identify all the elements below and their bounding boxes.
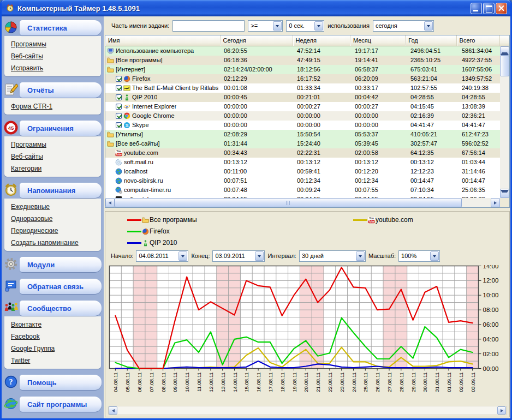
scale-select[interactable]: 100% (398, 250, 440, 262)
column-header[interactable]: Всего (457, 35, 500, 46)
sidebar-section-header[interactable]: ?Помощь (3, 374, 102, 391)
sidebar-link[interactable]: Вконтакте (11, 319, 101, 331)
sidebar-section-header[interactable]: Отчёты (3, 82, 102, 98)
table-row[interactable]: YouTubeyoutube.com00:34:4302:22:3102:00:… (105, 148, 509, 158)
feedback-icon (4, 279, 18, 293)
table-vscrollbar[interactable] (500, 46, 509, 198)
task-name-filter-input[interactable] (172, 20, 245, 32)
scroll-right-button[interactable] (491, 198, 500, 207)
chevron-down-icon[interactable] (178, 251, 187, 261)
sidebar-link[interactable]: Исправить (11, 62, 101, 74)
scroll-left-button[interactable] (109, 406, 117, 415)
minimize-button[interactable] (471, 3, 482, 14)
period-select[interactable]: сегодня (373, 20, 434, 32)
table-row[interactable]: QIP 201000:00:4500:21:0100:04:4204:28:55… (105, 93, 509, 102)
sidebar-link[interactable]: Google Группа (11, 343, 101, 355)
end-date-value: 03.09.2011 (213, 253, 254, 259)
table-row[interactable]: The Bat! E-Mail Client by Ritlabs00:01:0… (105, 83, 509, 93)
scale-label: Масштаб: (368, 253, 396, 259)
cell-value: 5861:34:04 (459, 46, 503, 56)
close-button[interactable] (496, 3, 507, 14)
scroll-up-button[interactable] (500, 46, 509, 56)
scroll-right-button[interactable] (497, 406, 506, 415)
sidebar-link[interactable]: Программы (11, 139, 101, 151)
sidebar-link[interactable]: Создать напоминание (11, 237, 101, 249)
table-row[interactable]: localhost00:11:0000:59:4100:12:2012:12:2… (105, 167, 509, 176)
table-row[interactable]: eInternet Explorer00:00:0000:00:2700:00:… (105, 102, 509, 111)
table-row[interactable]: Firefox02:12:2916:17:5206:20:09563:21:04… (105, 74, 509, 83)
sidebar-link[interactable]: Категории (11, 163, 101, 175)
column-header[interactable]: Сегодня (221, 35, 293, 46)
sidebar-link[interactable]: Одноразовые (11, 213, 101, 225)
table-row[interactable]: Google Chrome00:00:0000:00:0000:00:0002:… (105, 111, 509, 121)
vscroll-thumb[interactable] (500, 56, 509, 76)
sidebar-link[interactable]: Программы (11, 38, 101, 50)
interval-select[interactable]: 30 дней (299, 250, 366, 262)
row-checkbox[interactable] (116, 94, 122, 100)
threshold-select[interactable]: 0 сек. (286, 20, 324, 32)
row-checkbox[interactable] (116, 85, 122, 91)
chevron-down-icon[interactable] (430, 251, 439, 261)
table-hscrollbar[interactable] (105, 198, 500, 207)
column-header[interactable]: Месяц (350, 35, 406, 46)
sidebar-link[interactable]: Веб-сайты (11, 50, 101, 62)
chevron-down-icon[interactable] (255, 251, 264, 261)
sidebar-section-header[interactable]: 45Ограничения (3, 120, 102, 136)
chart-hscrollbar[interactable] (108, 406, 507, 415)
end-date-select[interactable]: 03.09.2011 (212, 250, 265, 262)
row-checkbox[interactable] (116, 122, 122, 128)
table-row[interactable]: [Все программы]06:18:3647:49:1519:14:412… (105, 56, 509, 65)
table-row[interactable]: [Интернет]02:14:24/02:00:0018:12:5606:58… (105, 65, 509, 74)
svg-text:12:00: 12:00 (483, 277, 499, 284)
scroll-down-button[interactable] (500, 189, 509, 198)
column-header[interactable]: Неделя (293, 35, 350, 46)
cell-name: eInternet Explorer (105, 102, 221, 111)
globe-icon (115, 168, 122, 175)
sidebar-section-header[interactable]: Статистика (3, 20, 102, 36)
sidebar-section-header[interactable]: Модули (3, 256, 102, 273)
cell-value: 00:00:00 (294, 121, 352, 130)
svg-text:11.08.11: 11.08.11 (196, 373, 202, 392)
sidebar-section-header[interactable]: Обратная связь (3, 278, 102, 295)
row-label: Использование компьютера (116, 46, 194, 56)
sidebar-link[interactable]: Форма CTR-1 (11, 100, 101, 112)
skype-icon: S (123, 122, 130, 129)
hscroll-thumb[interactable] (115, 198, 462, 207)
table-row[interactable]: soft.mail.ru00:13:1200:13:1200:13:1200:1… (105, 158, 509, 167)
row-checkbox[interactable] (116, 76, 122, 82)
filter-bar: Часть имени задачи: >= 0 сек. использова… (104, 16, 510, 35)
sidebar-section-header[interactable]: Напоминания (3, 182, 102, 199)
sidebar-link[interactable]: Периодические (11, 225, 101, 237)
maximize-button[interactable] (483, 3, 495, 14)
sidebar-section-header[interactable]: Сообщество (3, 300, 102, 316)
table-row[interactable]: novo-sibirsk.ru00:07:5100:12:3400:12:340… (105, 176, 509, 185)
start-date-select[interactable]: 04.08.2011 (136, 250, 188, 262)
table-row[interactable]: [Все веб-сайты]01:31:4415:24:4005:39:453… (105, 139, 509, 148)
cell-value: 47:52:14 (294, 46, 352, 56)
comparison-select[interactable]: >= (248, 20, 283, 32)
row-checkbox[interactable] (116, 113, 122, 119)
svg-text:10.08.11: 10.08.11 (184, 373, 190, 392)
chevron-down-icon[interactable] (314, 21, 323, 31)
table-row[interactable]: SSkype00:00:0000:00:0000:00:0004:41:4704… (105, 121, 509, 130)
column-header[interactable]: Имя (105, 35, 221, 46)
table-row[interactable]: Использование компьютера06:20:5547:52:14… (105, 46, 509, 56)
column-header[interactable]: Год (406, 35, 456, 46)
chevron-down-icon[interactable] (356, 251, 365, 261)
table-row[interactable]: [Утилиты]02:08:2915:50:5405:53:37410:05:… (105, 130, 509, 139)
row-checkbox[interactable] (116, 104, 122, 110)
row-label: soft.mail.ru (124, 158, 153, 167)
cell-value: 00:00:00 (221, 102, 294, 111)
chevron-down-icon[interactable] (424, 21, 433, 31)
title-bar[interactable]: Компьютерный Таймер 1.48.5.1091 (2, 0, 510, 16)
sidebar-section-header[interactable]: Сайт программы (3, 396, 102, 412)
sidebar-link[interactable]: Facebook (11, 331, 101, 343)
sidebar-link[interactable]: Веб-сайты (11, 151, 101, 163)
scroll-left-button[interactable] (105, 198, 115, 207)
chevron-down-icon[interactable] (273, 21, 282, 31)
table-row[interactable]: computer-timer.ru00:07:4800:09:2400:07:5… (105, 185, 509, 195)
sidebar-section-panel: ПрограммыВеб-сайтыИсправить (4, 36, 101, 76)
sidebar-link[interactable]: Ежедневные (11, 201, 101, 213)
sidebar-link[interactable]: Twitter (11, 355, 101, 367)
thebat-icon (123, 85, 130, 92)
